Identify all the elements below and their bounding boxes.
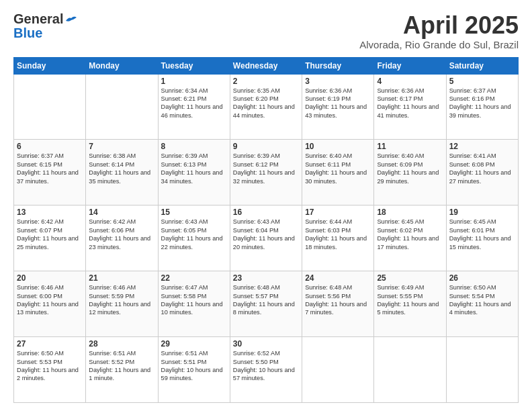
week-row-4: 27Sunrise: 6:50 AM Sunset: 5:53 PM Dayli… [14, 337, 519, 403]
calendar-cell: 20Sunrise: 6:46 AM Sunset: 6:00 PM Dayli… [14, 271, 86, 337]
calendar-cell: 7Sunrise: 6:38 AM Sunset: 6:14 PM Daylig… [86, 140, 158, 205]
calendar-cell: 9Sunrise: 6:39 AM Sunset: 6:12 PM Daylig… [230, 140, 302, 205]
calendar-cell: 18Sunrise: 6:45 AM Sunset: 6:02 PM Dayli… [374, 205, 446, 271]
day-number: 14 [89, 208, 154, 217]
calendar-title: April 2025 [359, 12, 519, 39]
calendar-table: Sunday Monday Tuesday Wednesday Thursday… [13, 57, 519, 403]
logo-bird-icon [64, 14, 77, 24]
calendar-cell [14, 74, 86, 140]
week-row-1: 6Sunrise: 6:37 AM Sunset: 6:15 PM Daylig… [14, 140, 519, 205]
cell-info: Sunrise: 6:39 AM Sunset: 6:12 PM Dayligh… [233, 152, 299, 185]
logo: General Blue [13, 12, 77, 41]
calendar-cell [302, 337, 374, 403]
col-tuesday: Tuesday [158, 57, 230, 74]
col-saturday: Saturday [446, 57, 518, 74]
day-number: 4 [377, 77, 443, 86]
calendar-cell: 26Sunrise: 6:50 AM Sunset: 5:54 PM Dayli… [446, 271, 518, 337]
week-row-2: 13Sunrise: 6:42 AM Sunset: 6:07 PM Dayli… [14, 205, 519, 271]
cell-info: Sunrise: 6:43 AM Sunset: 6:04 PM Dayligh… [233, 218, 299, 251]
day-number: 23 [233, 273, 299, 283]
cell-info: Sunrise: 6:52 AM Sunset: 5:50 PM Dayligh… [233, 349, 299, 383]
cell-info: Sunrise: 6:39 AM Sunset: 6:13 PM Dayligh… [161, 152, 227, 185]
calendar-cell: 13Sunrise: 6:42 AM Sunset: 6:07 PM Dayli… [14, 205, 86, 271]
day-number: 29 [161, 339, 227, 349]
cell-info: Sunrise: 6:50 AM Sunset: 5:53 PM Dayligh… [17, 349, 83, 383]
calendar-cell [446, 337, 518, 403]
col-wednesday: Wednesday [230, 57, 302, 74]
day-number: 19 [449, 208, 515, 217]
header: General Blue April 2025 Alvorada, Rio Gr… [13, 12, 519, 50]
calendar-cell: 27Sunrise: 6:50 AM Sunset: 5:53 PM Dayli… [14, 337, 86, 403]
cell-info: Sunrise: 6:51 AM Sunset: 5:52 PM Dayligh… [89, 349, 154, 383]
cell-info: Sunrise: 6:37 AM Sunset: 6:15 PM Dayligh… [17, 152, 83, 185]
day-number: 15 [161, 208, 227, 217]
day-number: 7 [89, 142, 154, 151]
day-number: 26 [449, 273, 515, 283]
day-number: 18 [377, 208, 443, 217]
calendar-cell [86, 74, 158, 140]
cell-info: Sunrise: 6:44 AM Sunset: 6:03 PM Dayligh… [305, 218, 371, 251]
calendar-cell: 15Sunrise: 6:43 AM Sunset: 6:05 PM Dayli… [158, 205, 230, 271]
calendar-cell [374, 337, 446, 403]
title-block: April 2025 Alvorada, Rio Grande do Sul, … [359, 12, 519, 50]
calendar-cell: 21Sunrise: 6:46 AM Sunset: 5:59 PM Dayli… [86, 271, 158, 337]
cell-info: Sunrise: 6:38 AM Sunset: 6:14 PM Dayligh… [89, 152, 154, 185]
page: General Blue April 2025 Alvorada, Rio Gr… [0, 0, 532, 411]
day-number: 24 [305, 273, 371, 283]
day-number: 6 [17, 142, 83, 151]
day-number: 16 [233, 208, 299, 217]
cell-info: Sunrise: 6:41 AM Sunset: 6:08 PM Dayligh… [449, 152, 515, 185]
day-number: 11 [377, 142, 443, 151]
cell-info: Sunrise: 6:47 AM Sunset: 5:58 PM Dayligh… [161, 283, 227, 317]
cell-info: Sunrise: 6:36 AM Sunset: 6:17 PM Dayligh… [377, 87, 443, 120]
calendar-cell: 4Sunrise: 6:36 AM Sunset: 6:17 PM Daylig… [374, 74, 446, 140]
calendar-cell: 25Sunrise: 6:49 AM Sunset: 5:55 PM Dayli… [374, 271, 446, 337]
cell-info: Sunrise: 6:46 AM Sunset: 6:00 PM Dayligh… [17, 283, 83, 317]
calendar-cell: 5Sunrise: 6:37 AM Sunset: 6:16 PM Daylig… [446, 74, 518, 140]
logo-general-text: General [13, 12, 63, 26]
cell-info: Sunrise: 6:36 AM Sunset: 6:19 PM Dayligh… [305, 87, 371, 120]
day-number: 3 [305, 77, 371, 86]
day-number: 5 [449, 77, 515, 86]
day-number: 9 [233, 142, 299, 151]
day-number: 12 [449, 142, 515, 151]
calendar-cell: 11Sunrise: 6:40 AM Sunset: 6:09 PM Dayli… [374, 140, 446, 205]
day-number: 28 [89, 339, 154, 349]
cell-info: Sunrise: 6:42 AM Sunset: 6:06 PM Dayligh… [89, 218, 154, 251]
cell-info: Sunrise: 6:49 AM Sunset: 5:55 PM Dayligh… [377, 283, 443, 317]
cell-info: Sunrise: 6:42 AM Sunset: 6:07 PM Dayligh… [17, 218, 83, 251]
week-row-0: 1Sunrise: 6:34 AM Sunset: 6:21 PM Daylig… [14, 74, 519, 140]
cell-info: Sunrise: 6:34 AM Sunset: 6:21 PM Dayligh… [161, 87, 227, 120]
day-number: 22 [161, 273, 227, 283]
day-number: 8 [161, 142, 227, 151]
day-number: 2 [233, 77, 299, 86]
calendar-cell: 23Sunrise: 6:48 AM Sunset: 5:57 PM Dayli… [230, 271, 302, 337]
day-number: 25 [377, 273, 443, 283]
day-number: 17 [305, 208, 371, 217]
calendar-cell: 3Sunrise: 6:36 AM Sunset: 6:19 PM Daylig… [302, 74, 374, 140]
col-friday: Friday [374, 57, 446, 74]
cell-info: Sunrise: 6:37 AM Sunset: 6:16 PM Dayligh… [449, 87, 515, 120]
calendar-cell: 6Sunrise: 6:37 AM Sunset: 6:15 PM Daylig… [14, 140, 86, 205]
calendar-cell: 28Sunrise: 6:51 AM Sunset: 5:52 PM Dayli… [86, 337, 158, 403]
day-number: 13 [17, 208, 83, 217]
cell-info: Sunrise: 6:51 AM Sunset: 5:51 PM Dayligh… [161, 349, 227, 383]
cell-info: Sunrise: 6:48 AM Sunset: 5:57 PM Dayligh… [233, 283, 299, 317]
week-row-3: 20Sunrise: 6:46 AM Sunset: 6:00 PM Dayli… [14, 271, 519, 337]
cell-info: Sunrise: 6:48 AM Sunset: 5:56 PM Dayligh… [305, 283, 371, 317]
calendar-cell: 8Sunrise: 6:39 AM Sunset: 6:13 PM Daylig… [158, 140, 230, 205]
calendar-cell: 1Sunrise: 6:34 AM Sunset: 6:21 PM Daylig… [158, 74, 230, 140]
calendar-cell: 24Sunrise: 6:48 AM Sunset: 5:56 PM Dayli… [302, 271, 374, 337]
cell-info: Sunrise: 6:46 AM Sunset: 5:59 PM Dayligh… [89, 283, 154, 317]
day-number: 30 [233, 339, 299, 349]
calendar-cell: 10Sunrise: 6:40 AM Sunset: 6:11 PM Dayli… [302, 140, 374, 205]
col-thursday: Thursday [302, 57, 374, 74]
cell-info: Sunrise: 6:40 AM Sunset: 6:11 PM Dayligh… [305, 152, 371, 185]
calendar-cell: 30Sunrise: 6:52 AM Sunset: 5:50 PM Dayli… [230, 337, 302, 403]
logo-blue-text: Blue [13, 26, 42, 40]
day-number: 20 [17, 273, 83, 283]
day-number: 10 [305, 142, 371, 151]
cell-info: Sunrise: 6:40 AM Sunset: 6:09 PM Dayligh… [377, 152, 443, 185]
day-number: 27 [17, 339, 83, 349]
day-number: 1 [161, 77, 227, 86]
